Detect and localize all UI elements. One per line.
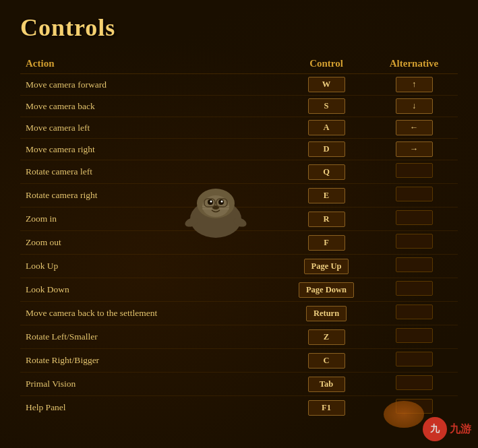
action-cell: Help Panel	[20, 396, 282, 420]
key-box: F1	[308, 400, 345, 416]
alt-cell	[370, 207, 458, 231]
alt-key-box	[396, 163, 433, 178]
control-cell: E	[282, 184, 370, 207]
control-cell: C	[282, 349, 370, 373]
alt-key-box	[396, 187, 433, 201]
alt-cell	[370, 184, 458, 207]
table-row: Move camera rightD→	[20, 139, 458, 160]
action-cell: Look Up	[20, 255, 282, 278]
alt-cell	[370, 373, 458, 396]
alt-key-box	[396, 281, 433, 296]
action-cell: Move camera back to the settlement	[20, 302, 282, 325]
key-box: Page Down	[299, 282, 354, 298]
alt-cell	[370, 302, 458, 325]
controls-table: Action Control Alternative Move camera f…	[20, 54, 458, 419]
alt-cell: →	[370, 139, 458, 160]
control-cell: F	[282, 231, 370, 255]
key-box: W	[308, 77, 345, 92]
control-cell: F1	[282, 396, 370, 420]
alt-cell: ←	[370, 117, 458, 139]
action-cell: Look Down	[20, 278, 282, 302]
table-row: Rotate camera leftQ	[20, 160, 458, 184]
alt-key-box	[396, 210, 433, 225]
alt-cell	[370, 325, 458, 349]
action-cell: Zoom in	[20, 207, 282, 231]
alt-cell	[370, 278, 458, 302]
control-cell: W	[282, 74, 370, 96]
control-cell: R	[282, 207, 370, 231]
key-box: A	[308, 120, 345, 135]
alt-key-box	[396, 305, 433, 319]
table-header-row: Action Control Alternative	[20, 54, 458, 74]
alt-cell: ↑	[370, 74, 458, 96]
key-box: E	[308, 188, 345, 203]
alternative-header: Alternative	[370, 54, 458, 74]
table-row: Rotate Right/BiggerC	[20, 349, 458, 373]
decorative-blob	[384, 401, 424, 428]
action-cell: Rotate Left/Smaller	[20, 325, 282, 349]
key-box: S	[308, 98, 345, 114]
control-cell: Z	[282, 325, 370, 349]
alt-key-box: ←	[396, 120, 433, 135]
action-cell: Primal Vision	[20, 373, 282, 396]
control-cell: S	[282, 96, 370, 117]
alt-cell	[370, 231, 458, 255]
table-row: Move camera back to the settlementReturn	[20, 302, 458, 325]
table-row: Rotate Left/SmallerZ	[20, 325, 458, 349]
key-box: F	[308, 235, 345, 251]
table-row: Move camera forwardW↑	[20, 74, 458, 96]
control-cell: A	[282, 117, 370, 139]
control-cell: Q	[282, 160, 370, 184]
control-cell: Return	[282, 302, 370, 325]
key-box: D	[308, 141, 345, 157]
action-cell: Zoom out	[20, 231, 282, 255]
control-cell: D	[282, 139, 370, 160]
alt-cell	[370, 160, 458, 184]
alt-key-box	[396, 328, 433, 343]
alt-key-box	[396, 234, 433, 249]
action-cell: Move camera back	[20, 96, 282, 117]
action-cell: Move camera left	[20, 117, 282, 139]
table-row: Rotate camera rightE	[20, 184, 458, 207]
key-box: Q	[308, 164, 345, 180]
control-cell: Page Up	[282, 255, 370, 278]
key-box: C	[308, 353, 345, 369]
alt-cell	[370, 349, 458, 373]
action-cell: Rotate camera right	[20, 184, 282, 207]
control-header: Control	[282, 54, 370, 74]
table-row: Move camera backS↓	[20, 96, 458, 117]
table-row: Primal VisionTab	[20, 373, 458, 396]
control-cell: Tab	[282, 373, 370, 396]
alt-key-box: ↑	[396, 77, 433, 92]
key-box: Page Up	[304, 259, 349, 274]
table-row: Zoom outF	[20, 231, 458, 255]
action-cell: Rotate camera left	[20, 160, 282, 184]
key-box: R	[308, 212, 345, 227]
action-cell: Move camera forward	[20, 74, 282, 96]
main-container: Controls Action Control Alternative Move…	[0, 0, 478, 448]
action-cell: Move camera right	[20, 139, 282, 160]
alt-key-box: ↓	[396, 98, 433, 114]
control-cell: Page Down	[282, 278, 370, 302]
alt-cell	[370, 255, 458, 278]
alt-key-box	[396, 257, 433, 272]
page-title: Controls	[20, 13, 458, 42]
table-row: Zoom inR	[20, 207, 458, 231]
action-header: Action	[20, 54, 282, 74]
action-cell: Rotate Right/Bigger	[20, 349, 282, 373]
alt-key-box	[396, 375, 433, 390]
key-box: Return	[306, 306, 347, 321]
alt-key-box: →	[396, 141, 433, 157]
alt-cell: ↓	[370, 96, 458, 117]
key-box: Tab	[308, 377, 345, 392]
table-row: Look UpPage Up	[20, 255, 458, 278]
table-row: Look DownPage Down	[20, 278, 458, 302]
alt-key-box	[396, 352, 433, 366]
table-row: Move camera leftA←	[20, 117, 458, 139]
key-box: Z	[308, 329, 345, 345]
